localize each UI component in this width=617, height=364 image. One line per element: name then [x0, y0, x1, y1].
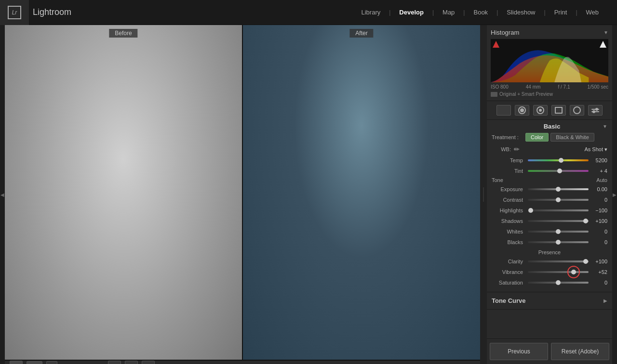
- blacks-value: 0: [590, 239, 607, 245]
- svg-point-16: [243, 39, 362, 102]
- treatment-label: Treatment :: [492, 134, 525, 140]
- contrast-track[interactable]: [528, 199, 589, 201]
- view-circle2-icon-btn[interactable]: [570, 105, 584, 116]
- nav-links: Library | Develop | Map | Book | Slidesh…: [352, 0, 607, 25]
- svg-rect-23: [343, 98, 356, 265]
- svg-rect-0: [5, 25, 242, 223]
- wb-value: As Shot ▾: [584, 146, 607, 153]
- toggle-btn[interactable]: ⇕: [142, 361, 155, 364]
- nav-slideshow[interactable]: Slideshow: [498, 0, 544, 25]
- view-grid-icon-btn[interactable]: [496, 105, 511, 116]
- tone-auto-row: Tone Auto: [492, 177, 607, 183]
- after-pane: After: [243, 25, 480, 360]
- previous-button[interactable]: Previous: [490, 343, 548, 360]
- lr-box: Lr: [8, 6, 21, 19]
- svg-rect-11: [217, 201, 237, 297]
- tint-thumb[interactable]: [557, 169, 562, 173]
- meta-aperture: f / 7.1: [558, 84, 570, 90]
- saturation-track[interactable]: [528, 282, 589, 284]
- highlights-track[interactable]: [528, 209, 589, 211]
- temp-thumb[interactable]: [559, 158, 563, 163]
- blacks-track[interactable]: [528, 241, 589, 243]
- tone-curve-section[interactable]: Tone Curve ▶: [487, 292, 612, 310]
- vibrance-track[interactable]: [528, 271, 589, 273]
- scroll-right-icon[interactable]: ▶: [470, 363, 475, 364]
- saturation-thumb[interactable]: [556, 280, 561, 285]
- saturation-value: 0: [590, 280, 607, 286]
- svg-rect-28: [455, 195, 477, 300]
- temp-track[interactable]: [528, 159, 589, 161]
- presence-title: Presence: [492, 249, 607, 255]
- swap-btn[interactable]: ⇒: [108, 361, 121, 364]
- nav-book[interactable]: Book: [465, 0, 496, 25]
- nav-print[interactable]: Print: [546, 0, 576, 25]
- left-panel-toggle[interactable]: ◀: [0, 25, 5, 364]
- reset-button[interactable]: Reset (Adobe): [551, 343, 609, 360]
- bottom-toolbar: ⊞ YY ▾ Before & After : ⇒ ⇔ ⇕ ◀ ▶: [5, 360, 480, 364]
- contrast-slider-row: Contrast 0: [492, 195, 607, 204]
- whites-slider-row: Whites 0: [492, 227, 607, 236]
- svg-rect-27: [413, 144, 444, 280]
- highlights-thumb[interactable]: [528, 208, 533, 213]
- right-panel-toggle[interactable]: ▶: [612, 25, 617, 364]
- svg-point-17: [345, 62, 458, 113]
- svg-rect-30: [435, 212, 448, 269]
- bw-btn[interactable]: Black & White: [550, 133, 594, 142]
- nav-develop[interactable]: Develop: [390, 0, 432, 25]
- view-yy-btn[interactable]: YY: [27, 361, 42, 364]
- blacks-slider-row: Blacks 0: [492, 238, 607, 247]
- temp-label: Temp: [492, 157, 523, 163]
- tone-curve-arrow-icon: ▶: [604, 298, 607, 303]
- shadows-thumb[interactable]: [583, 219, 588, 223]
- svg-rect-15: [243, 25, 480, 229]
- view-extra-btn[interactable]: ▾: [46, 361, 57, 364]
- histogram-title: Histogram: [491, 29, 519, 36]
- basic-arrow-icon: ▼: [603, 124, 607, 129]
- view-circle-icon-btn[interactable]: [515, 105, 529, 116]
- view-grid-btn[interactable]: ⊞: [10, 361, 23, 364]
- tint-track[interactable]: [528, 170, 589, 172]
- view-sliders-icon-btn[interactable]: [588, 105, 603, 116]
- whites-thumb[interactable]: [556, 229, 561, 234]
- right-arrow-icon: ▶: [613, 192, 617, 197]
- svg-point-19: [373, 172, 480, 240]
- nav-map[interactable]: Map: [434, 0, 463, 25]
- clarity-track[interactable]: [528, 260, 589, 262]
- vibrance-thumb[interactable]: [571, 270, 576, 274]
- whites-track[interactable]: [528, 231, 589, 233]
- view-square-icon-btn[interactable]: [551, 105, 566, 116]
- temp-slider-row: Temp 5200: [492, 156, 607, 165]
- svg-rect-20: [243, 229, 480, 360]
- scroll-left-icon[interactable]: ◀: [461, 363, 466, 364]
- blacks-thumb[interactable]: [556, 240, 561, 245]
- svg-rect-9: [18, 184, 41, 298]
- view-dot-icon-btn[interactable]: [533, 105, 548, 116]
- basic-section-header: Basic ▼: [492, 123, 607, 130]
- nav-web[interactable]: Web: [577, 0, 608, 25]
- svg-rect-25: [299, 127, 333, 286]
- eyedropper-icon[interactable]: ✏: [514, 145, 520, 153]
- nav-library[interactable]: Library: [352, 0, 389, 25]
- clarity-thumb[interactable]: [583, 259, 588, 264]
- temp-value: 5200: [590, 157, 607, 163]
- auto-btn[interactable]: Auto: [596, 177, 607, 183]
- svg-point-18: [418, 39, 480, 78]
- shadows-track[interactable]: [528, 220, 589, 222]
- svg-rect-12: [107, 107, 174, 120]
- mirror-btn[interactable]: ⇔: [125, 361, 138, 364]
- histogram-canvas: [491, 39, 608, 82]
- svg-rect-10: [172, 150, 200, 274]
- exposure-thumb[interactable]: [556, 187, 561, 192]
- tone-label: Tone: [492, 177, 503, 183]
- vibrance-value: +52: [590, 269, 607, 275]
- exposure-track[interactable]: [528, 188, 589, 190]
- meta-focal: 44 mm: [526, 84, 541, 90]
- contrast-thumb[interactable]: [556, 197, 561, 202]
- svg-rect-26: [259, 172, 285, 303]
- highlights-slider-row: Highlights −100: [492, 206, 607, 215]
- clarity-slider-row: Clarity +100: [492, 257, 607, 266]
- svg-rect-7: [114, 113, 125, 260]
- color-btn[interactable]: Color: [525, 133, 549, 142]
- svg-rect-4: [5, 223, 242, 360]
- before-after-area: Before: [5, 25, 480, 360]
